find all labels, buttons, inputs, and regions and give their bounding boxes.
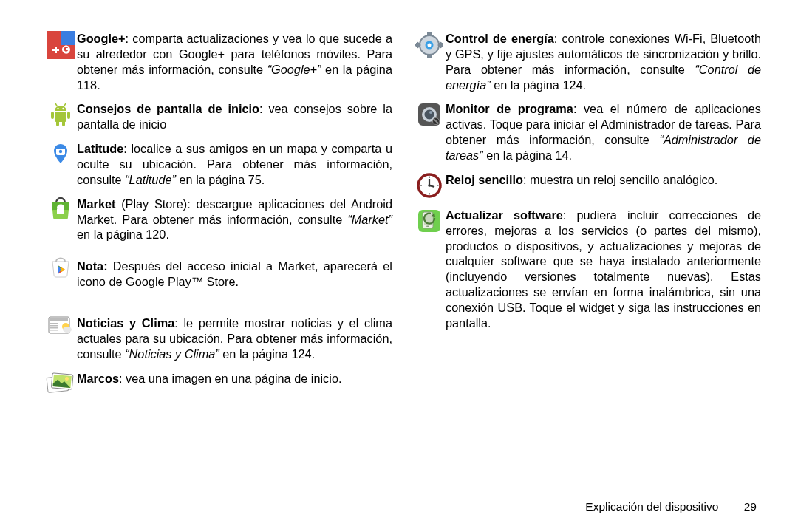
entry-home-tips: Consejos de pantalla de inicio: vea cons…: [44, 101, 392, 132]
entry-news-weather: Noticias y Clima: le permite mostrar not…: [44, 316, 392, 362]
svg-line-11: [64, 103, 66, 106]
section-label: Explicación del dispositivo: [585, 500, 718, 513]
entry-market-note: Nota: Después del acceso inicial a Marke…: [44, 251, 392, 307]
svg-rect-6: [51, 112, 54, 119]
entry-title: Marcos: [77, 372, 119, 385]
entry-text: Control de energía: controle conexiones …: [446, 31, 761, 92]
svg-rect-23: [50, 330, 58, 331]
latitude-icon: [44, 141, 77, 168]
ref: “Noticias y Clima”: [125, 347, 219, 361]
entry-text: Google+: comparta actualizaciones y vea …: [77, 31, 392, 92]
entry-title: Reloj sencillo: [446, 173, 523, 186]
picture-frames-icon: [44, 371, 77, 396]
page-footer: Explicación del dispositivo 29: [585, 499, 757, 514]
svg-rect-22: [50, 327, 58, 329]
svg-point-40: [428, 44, 432, 47]
svg-point-44: [429, 111, 432, 114]
manual-page: Google+: comparta actualizaciones y vea …: [0, 0, 798, 532]
sep: :: [563, 208, 577, 222]
svg-rect-32: [427, 54, 432, 58]
sep: :: [554, 32, 562, 45]
body: pudiera incluir correcciones de errores,…: [446, 208, 761, 330]
sep: :: [259, 102, 268, 115]
entry-text: Monitor de programa: vea el número de ap…: [446, 101, 761, 163]
svg-rect-20: [50, 323, 58, 324]
ref: “Latitude”: [125, 173, 176, 186]
entry-title: Control de energía: [446, 32, 554, 45]
note-block: Nota: Después del acceso inicial a Marke…: [77, 253, 392, 296]
sep: :: [126, 32, 133, 45]
entry-simple-clock: Reloj sencillo: muestra un reloj sencill…: [413, 172, 761, 199]
svg-rect-1: [61, 31, 75, 45]
svg-point-25: [63, 327, 72, 332]
sep: (Play Store):: [116, 197, 197, 211]
news-weather-icon: [44, 316, 77, 338]
body: en la página 14.: [483, 149, 572, 162]
svg-line-10: [55, 103, 58, 106]
entry-market: Market (Play Store): descargue aplicacio…: [44, 197, 392, 243]
gear-icon: [413, 31, 446, 59]
market-icon: [44, 197, 77, 222]
svg-rect-8: [56, 120, 59, 126]
entry-text: Consejos de pantalla de inicio: vea cons…: [77, 101, 392, 132]
entry-text: Marcos: vea una imagen en una página de …: [77, 371, 392, 386]
svg-rect-7: [67, 112, 70, 119]
sep: :: [119, 372, 126, 385]
svg-rect-15: [56, 146, 65, 149]
entry-title: Market: [77, 197, 116, 211]
svg-rect-31: [427, 32, 432, 36]
program-monitor-icon: [413, 101, 446, 128]
software-update-icon: [413, 208, 446, 234]
entry-text: Market (Play Store): descargue aplicacio…: [77, 197, 392, 243]
entry-program-monitor: Monitor de programa: vea el número de ap…: [413, 101, 761, 163]
entry-power-control: Control de energía: controle conexiones …: [413, 31, 761, 92]
entry-title: Actualizar software: [446, 208, 563, 222]
entry-text: Reloj sencillo: muestra un reloj sencill…: [446, 172, 761, 188]
column-right: Control de energía: controle conexiones …: [413, 31, 761, 510]
android-icon: [44, 101, 77, 128]
two-column-layout: Google+: comparta actualizaciones y vea …: [44, 31, 761, 510]
body: en la página 124.: [219, 347, 315, 361]
play-store-icon: [44, 251, 77, 282]
note-title: Nota:: [77, 259, 108, 273]
svg-rect-17: [57, 208, 64, 214]
body: en la página 75.: [176, 173, 265, 186]
svg-rect-4: [47, 45, 75, 59]
body: en la página 124.: [491, 78, 586, 92]
ref: “Google+”: [267, 63, 321, 76]
svg-point-13: [62, 108, 64, 109]
entry-title: Noticias y Clima: [77, 316, 174, 330]
sep: :: [123, 142, 131, 155]
entry-text: Actualizar software: pudiera incluir cor…: [446, 208, 761, 331]
sep: :: [573, 102, 584, 115]
svg-rect-0: [47, 31, 61, 45]
google-plus-icon: [44, 31, 77, 59]
entry-text: Latitude: localice a sus amigos en un ma…: [77, 141, 392, 188]
column-left: Google+: comparta actualizaciones y vea …: [44, 31, 392, 510]
svg-rect-5: [55, 112, 66, 122]
entry-title: Google+: [77, 32, 126, 45]
clock-icon: [413, 172, 446, 199]
entry-text: Noticias y Clima: le permite mostrar not…: [77, 316, 392, 362]
entry-software-update: Actualizar software: pudiera incluir cor…: [413, 208, 761, 331]
svg-rect-19: [50, 318, 68, 321]
body: muestra un reloj sencillo analógico.: [530, 173, 717, 186]
entry-latitude: Latitude: localice a sus amigos en un ma…: [44, 141, 392, 188]
svg-point-16: [59, 150, 62, 153]
sep: :: [174, 316, 183, 330]
entry-title: Latitude: [77, 142, 123, 155]
body: Después del acceso inicial a Market, apa…: [77, 259, 392, 288]
svg-point-43: [425, 110, 434, 120]
entry-frames: Marcos: vea una imagen en una página de …: [44, 371, 392, 396]
svg-rect-21: [50, 325, 58, 327]
ref: “Market”: [347, 213, 392, 226]
svg-rect-9: [62, 120, 65, 126]
entry-title: Consejos de pantalla de inicio: [77, 102, 259, 115]
svg-rect-57: [426, 225, 429, 227]
entry-google-plus: Google+: comparta actualizaciones y vea …: [44, 31, 392, 92]
entry-title: Monitor de programa: [446, 102, 573, 115]
sep: :: [523, 173, 530, 186]
page-number: 29: [744, 500, 757, 513]
body: en la página 120.: [77, 228, 169, 241]
body: vea una imagen en una página de inicio.: [126, 372, 341, 385]
